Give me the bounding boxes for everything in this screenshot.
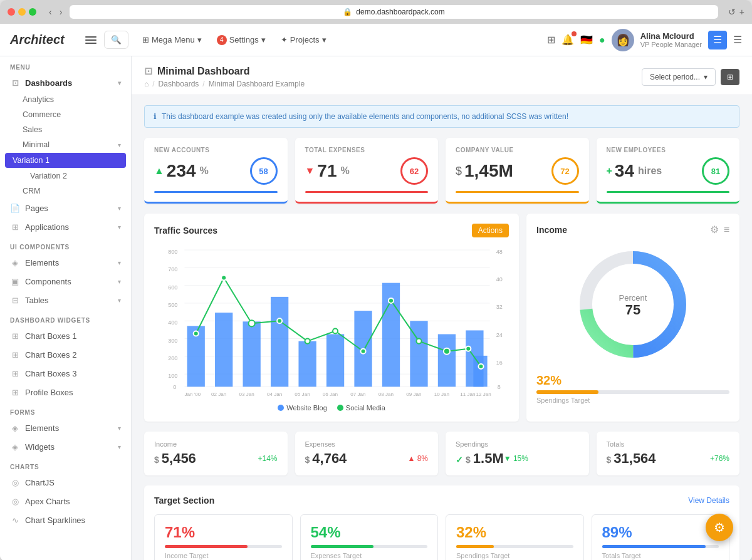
breadcrumb-sep-1: / — [152, 80, 154, 88]
stat-circle-expenses: 62 — [400, 157, 428, 185]
stat-value-company: $ 1,45M — [456, 161, 513, 181]
widgets-icon: ◈ — [10, 442, 20, 452]
header-right: ⊞ 🔔 🇩🇪 ● 👩 Alina Mclourd VP People Manag… — [547, 29, 742, 51]
app-container: Architect 🔍 ⊞ Mega Menu ▾ 4 Settings ▾ — [0, 24, 752, 560]
svg-point-45 — [444, 348, 450, 355]
sidebar-item-profile-boxes[interactable]: ⊞ Profile Boxes — [0, 383, 131, 402]
profile-boxes-icon: ⊞ — [10, 387, 20, 397]
settings-button[interactable]: 4 Settings ▾ — [211, 31, 272, 49]
sidebar-item-crm[interactable]: CRM — [0, 184, 131, 199]
sidebar-tables-label: Tables — [25, 296, 49, 305]
sidebar-item-chart-boxes-3[interactable]: ⊞ Chart Boxes 3 — [0, 364, 131, 383]
stat-value-employees: + 34 hires — [607, 161, 662, 181]
sidebar-item-variation1[interactable]: Variation 1 — [5, 153, 126, 168]
employees-suffix: hires — [638, 165, 662, 177]
browser-url-bar[interactable]: 🔒 demo.dashboardpack.com — [70, 5, 718, 19]
svg-text:200: 200 — [168, 355, 177, 361]
sidebar-item-components[interactable]: ▣ Components ▾ — [0, 272, 131, 291]
traffic-chart-svg: 800 700 600 500 400 300 200 100 0 — [154, 245, 509, 397]
income-dollar: $ — [154, 455, 159, 465]
traffic-actions-button[interactable]: Actions — [472, 224, 509, 237]
stat-card-new-accounts: NEW ACCOUNTS ▲ 234 % 58 — [144, 138, 288, 204]
svg-rect-33 — [438, 334, 456, 387]
fab-settings-button[interactable]: ⚙ — [706, 514, 733, 541]
svg-rect-27 — [271, 297, 288, 387]
income-donut-container: Percent 75 — [536, 242, 729, 367]
sidebar-profile-boxes-label: Profile Boxes — [25, 388, 73, 397]
mega-menu-button[interactable]: ⊞ Mega Menu ▾ — [136, 31, 208, 48]
traffic-chart-svg-container: 800 700 600 500 400 300 200 100 0 — [154, 245, 509, 399]
stat-card-employees: NEW EMPLOYEES + 34 hires 81 — [597, 138, 740, 204]
charts-row: Traffic Sources Actions 800 700 600 500 — [144, 214, 739, 422]
sidebar-item-dashboards[interactable]: ⊡ Dashboards ▾ — [0, 73, 131, 92]
maximize-dot[interactable] — [29, 8, 36, 16]
sidebar-item-sales[interactable]: Sales — [0, 122, 131, 137]
app-logo: Architect — [10, 33, 73, 47]
sidebar-item-tables[interactable]: ⊟ Tables ▾ — [0, 291, 131, 309]
new-tab-button[interactable]: + — [739, 7, 744, 17]
sidebar-item-commerce[interactable]: Commerce — [0, 107, 131, 122]
period-select-button[interactable]: Select period... ▾ — [642, 68, 716, 86]
bookmark-icon: ✦ — [281, 35, 288, 44]
back-button[interactable]: ‹ — [46, 6, 55, 18]
chart-boxes-3-icon: ⊞ — [10, 368, 20, 378]
income-settings-button[interactable]: ⚙ — [710, 224, 719, 236]
period-select-text: Select period... — [650, 73, 700, 81]
sidebar-item-applications[interactable]: ⊞ Applications ▾ — [0, 217, 131, 236]
stat-circle-company: 72 — [551, 157, 579, 185]
browser-toolbar: ‹ › 🔒 demo.dashboardpack.com ↺ + — [0, 0, 752, 24]
svg-point-43 — [389, 298, 394, 303]
projects-button[interactable]: ✦ Projects ▾ — [274, 31, 333, 48]
stat-value-row-expenses: ▼ 71 % 62 — [305, 157, 429, 185]
sidebar-item-variation2[interactable]: Variation 2 — [0, 169, 131, 184]
income-chart-card: Income ⚙ ≡ — [526, 214, 739, 422]
sidebar-item-chart-boxes-1[interactable]: ⊞ Chart Boxes 1 — [0, 326, 131, 345]
applications-icon: ⊞ — [10, 222, 20, 232]
legend-website-blog: Website Blog — [278, 404, 327, 412]
sidebar-item-apex-charts[interactable]: ◎ Apex Charts — [0, 492, 131, 511]
view-details-link[interactable]: View Details — [688, 496, 729, 505]
elements-icon: ◈ — [10, 257, 20, 267]
spendings-target-bar-bg — [456, 545, 573, 548]
view-toggle-button[interactable]: ⊞ — [721, 69, 739, 85]
income-row: $ 5,456 +14% — [154, 450, 278, 467]
sidebar-item-elements[interactable]: ◈ Elements ▾ — [0, 253, 131, 272]
sidebar-item-analytics[interactable]: Analytics — [0, 92, 131, 107]
status-button[interactable]: ● — [599, 34, 605, 46]
hamburger-button[interactable] — [85, 36, 97, 44]
forward-button[interactable]: › — [57, 6, 65, 18]
minimize-dot[interactable] — [18, 8, 26, 16]
svg-text:10 Jan: 10 Jan — [434, 391, 449, 397]
sidebar-chart-boxes-2-label: Chart Boxes 2 — [25, 350, 76, 360]
sidebar-item-chart-boxes-2[interactable]: ⊞ Chart Boxes 2 — [0, 345, 131, 364]
svg-point-44 — [416, 339, 421, 344]
expenses-target-pct: 54% — [311, 524, 428, 541]
sidebar-item-widgets[interactable]: ◈ Widgets ▾ — [0, 437, 131, 456]
totals-number: 31,564 — [614, 450, 655, 467]
sidebar-item-minimal[interactable]: Minimal▾ — [0, 137, 131, 152]
stat-label-expenses: TOTAL EXPENSES — [305, 147, 429, 153]
apps-grid-button[interactable]: ⊞ — [547, 34, 555, 46]
legend-social-media-label: Social Media — [346, 404, 385, 412]
expenses-target-label: Expenses Target — [311, 552, 428, 559]
sidebar-item-form-elements[interactable]: ◈ Elements ▾ — [0, 418, 131, 437]
refresh-button[interactable]: ↺ — [728, 7, 736, 17]
svg-rect-35 — [473, 356, 487, 387]
hamburger-icon — [85, 36, 97, 44]
sidebar-item-pages[interactable]: 📄 Pages ▾ — [0, 199, 131, 217]
income-menu-button[interactable]: ≡ — [724, 224, 729, 236]
stat-value-accounts: ▲ 234 % — [154, 161, 209, 181]
search-icon: 🔍 — [111, 35, 122, 44]
notification-bell-button[interactable]: 🔔 — [561, 34, 574, 46]
flag-de-button[interactable]: 🇩🇪 — [580, 34, 593, 46]
sidebar-item-chart-sparklines[interactable]: ∿ Chart Sparklines — [0, 511, 131, 529]
more-options-button[interactable]: ☰ — [733, 34, 742, 46]
sidebar-pages-label: Pages — [25, 204, 48, 213]
dashboard-widgets-label: DASHBOARD WIDGETS — [0, 309, 131, 326]
sidebar-item-chartjs[interactable]: ◎ ChartJS — [0, 473, 131, 492]
close-dot[interactable] — [8, 8, 15, 16]
chartjs-icon: ◎ — [10, 477, 20, 487]
search-button[interactable]: 🔍 — [104, 31, 128, 49]
profile-button[interactable]: ☰ — [708, 31, 727, 49]
stat-card-company-value: COMPANY VALUE $ 1,45M 72 — [446, 138, 589, 204]
